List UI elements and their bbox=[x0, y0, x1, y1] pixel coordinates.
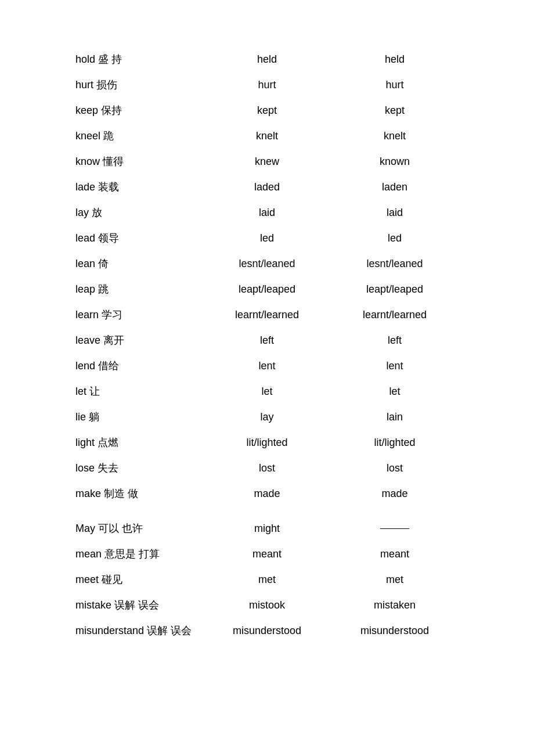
past-tense: let bbox=[203, 382, 331, 401]
past-tense: met bbox=[203, 570, 331, 589]
past-participle: lost bbox=[331, 459, 459, 478]
base-form: know 懂得 bbox=[75, 151, 203, 172]
base-form: May 可以 也许 bbox=[75, 518, 203, 539]
base-form: lead 领导 bbox=[75, 228, 203, 249]
base-form: let 让 bbox=[75, 381, 203, 402]
base-form: hold 盛 持 bbox=[75, 49, 203, 70]
past-tense: led bbox=[203, 229, 331, 248]
base-form: lean 倚 bbox=[75, 253, 203, 274]
past-tense: leapt/leaped bbox=[203, 280, 331, 299]
table-row: lose 失去lostlost bbox=[75, 455, 459, 481]
base-form: keep 保持 bbox=[75, 100, 203, 121]
table-row: leap 跳leapt/leapedleapt/leaped bbox=[75, 276, 459, 302]
past-participle: hurt bbox=[331, 75, 459, 95]
past-participle: lent bbox=[331, 357, 459, 376]
past-tense: misunderstood bbox=[203, 621, 331, 640]
base-form: misunderstand 误解 误会 bbox=[75, 620, 203, 641]
past-tense: hurt bbox=[203, 75, 331, 95]
past-participle bbox=[331, 519, 459, 538]
base-form: hurt 损伤 bbox=[75, 74, 203, 95]
table-row: lend 借给lentlent bbox=[75, 353, 459, 379]
past-participle: let bbox=[331, 382, 459, 401]
past-participle: leapt/leaped bbox=[331, 280, 459, 299]
base-form: kneel 跪 bbox=[75, 125, 203, 146]
base-form: light 点燃 bbox=[75, 432, 203, 453]
past-tense: left bbox=[203, 331, 331, 350]
table-row: lean 倚lesnt/leanedlesnt/leaned bbox=[75, 251, 459, 276]
table-row: let 让letlet bbox=[75, 379, 459, 404]
past-tense: laid bbox=[203, 203, 331, 222]
table-row: May 可以 也许might bbox=[75, 516, 459, 541]
past-participle: met bbox=[331, 570, 459, 589]
base-form: lend 借给 bbox=[75, 355, 203, 376]
past-participle: laid bbox=[331, 203, 459, 222]
past-participle: left bbox=[331, 331, 459, 350]
past-tense: learnt/learned bbox=[203, 305, 331, 325]
past-participle: mistaken bbox=[331, 596, 459, 615]
past-tense: knelt bbox=[203, 127, 331, 146]
base-form: mean 意思是 打算 bbox=[75, 543, 203, 564]
table-row: lay 放laidlaid bbox=[75, 200, 459, 225]
past-tense: lesnt/leaned bbox=[203, 254, 331, 273]
past-participle: lesnt/leaned bbox=[331, 254, 459, 273]
past-tense: held bbox=[203, 50, 331, 69]
table-row: mistake 误解 误会mistookmistaken bbox=[75, 592, 459, 618]
table-row: lie 躺laylain bbox=[75, 404, 459, 430]
table-row: learn 学习learnt/learnedlearnt/learned bbox=[75, 302, 459, 327]
past-participle: learnt/learned bbox=[331, 305, 459, 325]
base-form: leave 离开 bbox=[75, 330, 203, 351]
past-tense: lay bbox=[203, 408, 331, 427]
base-form: lie 躺 bbox=[75, 406, 203, 427]
past-tense: lent bbox=[203, 357, 331, 376]
past-participle: laden bbox=[331, 178, 459, 197]
base-form: mistake 误解 误会 bbox=[75, 595, 203, 615]
base-form: lade 装载 bbox=[75, 177, 203, 197]
table-row: light 点燃lit/lightedlit/lighted bbox=[75, 430, 459, 455]
past-tense: kept bbox=[203, 101, 331, 120]
past-participle: known bbox=[331, 152, 459, 171]
base-form: meet 碰见 bbox=[75, 569, 203, 590]
past-tense: laded bbox=[203, 178, 331, 197]
past-tense: might bbox=[203, 519, 331, 538]
past-participle: kept bbox=[331, 101, 459, 120]
table-row: mean 意思是 打算meantmeant bbox=[75, 541, 459, 567]
past-tense: lost bbox=[203, 459, 331, 478]
base-form: learn 学习 bbox=[75, 304, 203, 325]
past-tense: lit/lighted bbox=[203, 433, 331, 452]
table-row: hurt 损伤hurthurt bbox=[75, 72, 459, 98]
table-row: keep 保持keptkept bbox=[75, 98, 459, 123]
past-participle: held bbox=[331, 50, 459, 69]
table-row: know 懂得knewknown bbox=[75, 149, 459, 174]
table-row: kneel 跪kneltknelt bbox=[75, 123, 459, 149]
table-row: lade 装载ladedladen bbox=[75, 174, 459, 200]
table-row: make 制造 做mademade bbox=[75, 481, 459, 506]
base-form: lose 失去 bbox=[75, 458, 203, 478]
table-row: leave 离开leftleft bbox=[75, 327, 459, 353]
past-participle: lain bbox=[331, 408, 459, 427]
past-tense: meant bbox=[203, 545, 331, 564]
table-row: misunderstand 误解 误会misunderstoodmisunder… bbox=[75, 618, 459, 643]
table-row: meet 碰见metmet bbox=[75, 567, 459, 592]
past-participle: misunderstood bbox=[331, 621, 459, 640]
verb-table: hold 盛 持heldheldhurt 损伤hurthurtkeep 保持ke… bbox=[0, 46, 534, 643]
past-tense: mistook bbox=[203, 596, 331, 615]
table-row: lead 领导ledled bbox=[75, 225, 459, 251]
table-row: hold 盛 持heldheld bbox=[75, 46, 459, 72]
past-participle: led bbox=[331, 229, 459, 248]
blank-indicator bbox=[380, 528, 409, 529]
past-participle: lit/lighted bbox=[331, 433, 459, 452]
past-participle: knelt bbox=[331, 127, 459, 146]
past-tense: knew bbox=[203, 152, 331, 171]
base-form: leap 跳 bbox=[75, 279, 203, 300]
base-form: lay 放 bbox=[75, 202, 203, 223]
base-form: make 制造 做 bbox=[75, 483, 203, 504]
past-participle: made bbox=[331, 484, 459, 503]
past-tense: made bbox=[203, 484, 331, 503]
past-participle: meant bbox=[331, 545, 459, 564]
